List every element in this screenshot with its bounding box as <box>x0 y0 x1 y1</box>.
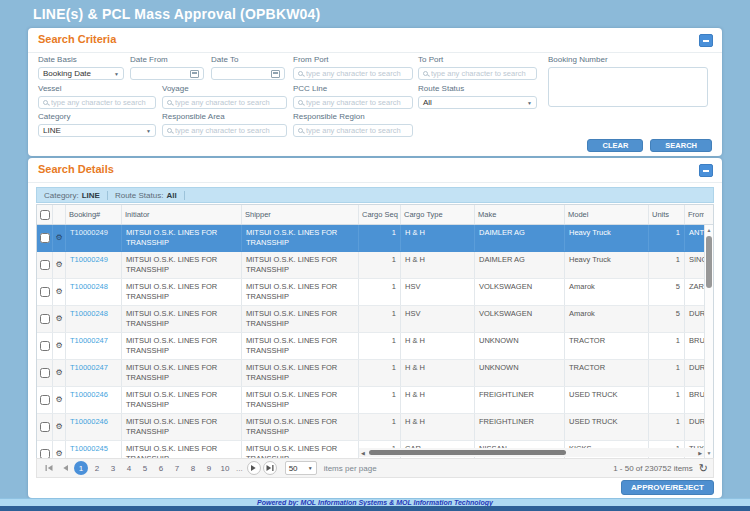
gear-icon[interactable]: ⚙ <box>55 234 62 242</box>
page-button[interactable]: 4 <box>122 461 136 475</box>
calendar-icon[interactable] <box>271 70 280 78</box>
booking-link[interactable]: T10000249 <box>70 228 108 237</box>
from-port-input[interactable] <box>306 69 408 78</box>
column-header-make[interactable]: Make <box>475 205 565 224</box>
row-checkbox[interactable] <box>40 287 50 297</box>
gear-icon[interactable]: ⚙ <box>55 288 62 296</box>
pager: 12345678910 ... 50 ▼ items per page 1 - … <box>36 458 714 478</box>
more-pages-button[interactable]: ... <box>234 464 245 473</box>
scroll-up-icon[interactable]: ▲ <box>707 227 712 233</box>
next-page-button[interactable] <box>247 461 261 475</box>
date-basis-select[interactable]: Booking Date ▼ <box>38 67 124 80</box>
calendar-icon[interactable] <box>190 70 199 78</box>
column-header-units[interactable]: Units <box>649 205 685 224</box>
page-button[interactable]: 9 <box>202 461 216 475</box>
row-checkbox[interactable] <box>40 260 50 270</box>
date-to-input[interactable] <box>211 67 285 80</box>
row-checkbox[interactable] <box>40 233 50 243</box>
vertical-scrollbar[interactable]: ▲ ▼ <box>704 225 713 458</box>
table-row[interactable]: ⚙ T10000246 MITSUI O.S.K. LINES FOR TRAN… <box>37 414 704 441</box>
table-row[interactable]: ⚙ T10000248 MITSUI O.S.K. LINES FOR TRAN… <box>37 279 704 306</box>
date-from-input[interactable] <box>130 67 204 80</box>
booking-link[interactable]: T10000247 <box>70 363 108 372</box>
cargo-seq-cell: 1 <box>359 279 401 305</box>
booking-link[interactable]: T10000248 <box>70 282 108 291</box>
horizontal-scrollbar[interactable]: ◀ ▶ <box>359 448 704 457</box>
horizontal-scroll-thumb[interactable] <box>369 450 566 455</box>
booking-number-textarea[interactable] <box>548 67 708 107</box>
table-row[interactable]: ⚙ T10000246 MITSUI O.S.K. LINES FOR TRAN… <box>37 387 704 414</box>
page-button[interactable]: 3 <box>106 461 120 475</box>
column-header-from-port[interactable]: From Port <box>685 205 704 224</box>
clear-button[interactable]: CLEAR <box>587 139 643 152</box>
gear-icon[interactable]: ⚙ <box>55 423 62 431</box>
voyage-input[interactable] <box>175 98 282 107</box>
vessel-input[interactable] <box>51 98 151 107</box>
pcc-line-input[interactable] <box>306 98 408 107</box>
column-header-model[interactable]: Model <box>565 205 649 224</box>
page-button[interactable]: 8 <box>186 461 200 475</box>
gear-icon[interactable]: ⚙ <box>55 261 62 269</box>
column-header-booking[interactable]: Booking# <box>66 205 122 224</box>
page-button[interactable]: 7 <box>170 461 184 475</box>
booking-link[interactable]: T10000246 <box>70 417 108 426</box>
to-port-input[interactable] <box>431 69 532 78</box>
column-header-initiator[interactable]: Initiator <box>122 205 242 224</box>
previous-page-button[interactable] <box>58 461 72 475</box>
table-row[interactable]: ⚙ T10000247 MITSUI O.S.K. LINES FOR TRAN… <box>37 333 704 360</box>
cargo-seq-cell: 1 <box>359 387 401 413</box>
collapse-details-button[interactable] <box>699 164 713 177</box>
first-page-button[interactable] <box>42 461 56 475</box>
last-page-button[interactable] <box>263 461 277 475</box>
table-row[interactable]: ⚙ T10000247 MITSUI O.S.K. LINES FOR TRAN… <box>37 360 704 387</box>
scroll-left-icon[interactable]: ◀ <box>361 450 365 456</box>
column-header-cargo-seq[interactable]: Cargo Seq <box>359 205 401 224</box>
gear-icon[interactable]: ⚙ <box>55 450 62 458</box>
refresh-icon[interactable]: ↻ <box>699 463 708 474</box>
vertical-scroll-thumb[interactable] <box>706 236 712 288</box>
booking-link[interactable]: T10000246 <box>70 390 108 399</box>
vessel-box <box>38 96 156 109</box>
row-checkbox[interactable] <box>40 449 50 458</box>
category-select[interactable]: LINE ▼ <box>38 124 156 137</box>
column-header-cargo-type[interactable]: Cargo Type <box>401 205 475 224</box>
table-row[interactable]: ⚙ T10000249 MITSUI O.S.K. LINES FOR TRAN… <box>37 252 704 279</box>
page-button[interactable]: 2 <box>90 461 104 475</box>
table-row[interactable]: ⚙ T10000248 MITSUI O.S.K. LINES FOR TRAN… <box>37 306 704 333</box>
booking-link[interactable]: T10000248 <box>70 309 108 318</box>
gear-icon[interactable]: ⚙ <box>55 396 62 404</box>
booking-link[interactable]: T10000247 <box>70 336 108 345</box>
date-to-label: Date To <box>211 55 285 64</box>
route-status-select[interactable]: All ▼ <box>418 96 537 109</box>
row-checkbox[interactable] <box>40 368 50 378</box>
search-button[interactable]: SEARCH <box>650 139 712 152</box>
gear-icon[interactable]: ⚙ <box>55 369 62 377</box>
gear-icon[interactable]: ⚙ <box>55 342 62 350</box>
shipper-cell: MITSUI O.S.K. LINES FOR TRANSSHIP <box>242 360 359 386</box>
collapse-criteria-button[interactable] <box>699 34 713 47</box>
responsible-region-input[interactable] <box>306 126 408 135</box>
row-checkbox[interactable] <box>40 395 50 405</box>
responsible-region-label: Responsible Region <box>293 112 413 121</box>
table-row[interactable]: ⚙ T10000249 MITSUI O.S.K. LINES FOR TRAN… <box>37 225 704 252</box>
page-button[interactable]: 1 <box>74 461 88 475</box>
gear-icon[interactable]: ⚙ <box>55 315 62 323</box>
page-button[interactable]: 5 <box>138 461 152 475</box>
page-button[interactable]: 6 <box>154 461 168 475</box>
page-button[interactable]: 10 <box>218 461 232 475</box>
responsible-region-field: Responsible Region <box>293 112 413 137</box>
row-checkbox[interactable] <box>40 341 50 351</box>
column-header-shipper[interactable]: Shipper <box>242 205 359 224</box>
row-checkbox[interactable] <box>40 314 50 324</box>
page-size-select[interactable]: 50 ▼ <box>285 461 317 475</box>
scroll-right-icon[interactable]: ▶ <box>698 450 702 456</box>
row-checkbox[interactable] <box>40 422 50 432</box>
select-all-checkbox[interactable] <box>40 210 50 220</box>
approve-reject-button[interactable]: APPROVE/REJECT <box>621 480 714 495</box>
responsible-area-input[interactable] <box>175 126 282 135</box>
scroll-down-icon[interactable]: ▼ <box>707 450 712 456</box>
make-cell: FREIGHTLINER <box>475 414 565 440</box>
booking-link[interactable]: T10000245 <box>70 444 108 453</box>
initiator-cell: MITSUI O.S.K. LINES FOR TRANSSHIP <box>122 306 242 332</box>
booking-link[interactable]: T10000249 <box>70 255 108 264</box>
